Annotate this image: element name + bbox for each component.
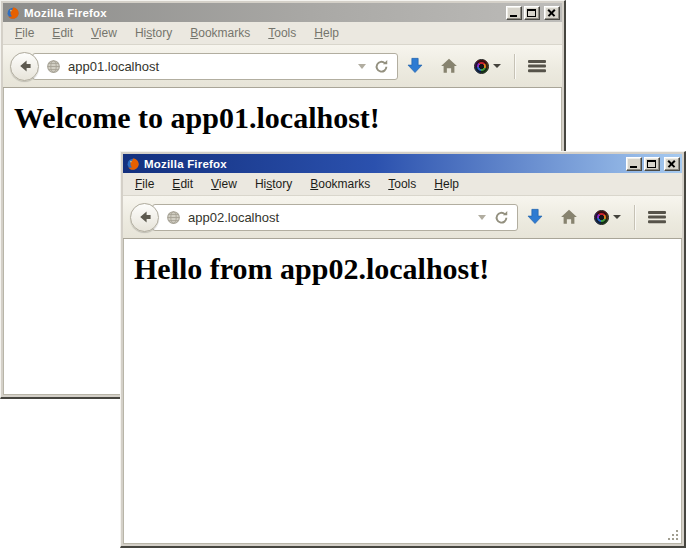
titlebar[interactable]: Mozilla Firefox bbox=[3, 3, 562, 22]
navigation-toolbar: app01.localhost bbox=[3, 45, 562, 88]
menu-item-view[interactable]: View bbox=[202, 174, 246, 194]
close-button[interactable] bbox=[664, 157, 680, 171]
menu-item-file[interactable]: File bbox=[6, 23, 43, 43]
window-title: Mozilla Firefox bbox=[24, 7, 502, 19]
downloads-button[interactable] bbox=[398, 49, 432, 83]
maximize-icon bbox=[527, 9, 536, 17]
reload-icon[interactable] bbox=[493, 209, 510, 226]
menu-item-edit[interactable]: Edit bbox=[43, 23, 82, 43]
hamburger-icon bbox=[648, 211, 666, 214]
home-icon bbox=[440, 57, 458, 75]
chevron-down-icon bbox=[613, 215, 621, 219]
window-controls bbox=[506, 6, 560, 20]
menu-item-file[interactable]: File bbox=[126, 174, 163, 194]
menu-item-help[interactable]: Help bbox=[425, 174, 468, 194]
downloads-button[interactable] bbox=[518, 200, 552, 234]
url-text[interactable]: app02.localhost bbox=[188, 210, 279, 225]
resize-grip[interactable] bbox=[667, 529, 680, 542]
app-menu-button[interactable] bbox=[520, 49, 554, 83]
toolbar-separator bbox=[634, 205, 635, 230]
menu-item-edit[interactable]: Edit bbox=[163, 174, 202, 194]
home-button[interactable] bbox=[432, 49, 466, 83]
close-icon bbox=[547, 9, 557, 17]
maximize-icon bbox=[647, 160, 656, 168]
hamburger-icon bbox=[528, 60, 546, 63]
home-icon bbox=[560, 208, 578, 226]
globe-icon bbox=[46, 59, 61, 74]
navigation-toolbar: app02.localhost bbox=[123, 196, 682, 239]
window-title: Mozilla Firefox bbox=[144, 158, 622, 170]
addon-button[interactable] bbox=[586, 200, 629, 234]
page-content: Hello from app02.localhost! bbox=[123, 239, 682, 544]
url-text[interactable]: app01.localhost bbox=[68, 59, 159, 74]
addon-button[interactable] bbox=[466, 49, 509, 83]
back-button[interactable] bbox=[10, 52, 39, 81]
menu-item-bookmarks[interactable]: Bookmarks bbox=[181, 23, 259, 43]
titlebar[interactable]: Mozilla Firefox bbox=[123, 154, 682, 173]
menu-item-history[interactable]: History bbox=[126, 23, 181, 43]
chevron-down-icon[interactable] bbox=[358, 64, 366, 69]
url-bar[interactable]: app02.localhost bbox=[152, 204, 518, 231]
home-button[interactable] bbox=[552, 200, 586, 234]
minimize-button[interactable] bbox=[626, 157, 642, 171]
back-button[interactable] bbox=[130, 203, 159, 232]
maximize-button[interactable] bbox=[524, 6, 540, 20]
download-arrow-icon bbox=[406, 57, 424, 75]
menu-item-history[interactable]: History bbox=[246, 174, 301, 194]
color-wheel-icon bbox=[594, 210, 609, 225]
back-arrow-icon bbox=[137, 209, 153, 225]
page-heading: Welcome to app01.localhost! bbox=[14, 101, 562, 135]
menu-item-tools[interactable]: Tools bbox=[259, 23, 305, 43]
minimize-button[interactable] bbox=[506, 6, 522, 20]
page-heading: Hello from app02.localhost! bbox=[134, 252, 682, 286]
menu-bar: FileEditViewHistoryBookmarksToolsHelp bbox=[123, 173, 682, 196]
app-menu-button[interactable] bbox=[640, 200, 674, 234]
menu-item-view[interactable]: View bbox=[82, 23, 126, 43]
menu-item-help[interactable]: Help bbox=[305, 23, 348, 43]
globe-icon bbox=[166, 210, 181, 225]
browser-window-app02: Mozilla Firefox FileEditViewHistoryBookm… bbox=[120, 151, 686, 548]
toolbar-separator bbox=[514, 54, 515, 79]
window-controls bbox=[626, 157, 680, 171]
reload-icon[interactable] bbox=[373, 58, 390, 75]
minimize-icon bbox=[630, 166, 637, 168]
color-wheel-icon bbox=[474, 59, 489, 74]
close-button[interactable] bbox=[544, 6, 560, 20]
firefox-logo-icon bbox=[6, 6, 20, 20]
menu-bar: FileEditViewHistoryBookmarksToolsHelp bbox=[3, 22, 562, 45]
minimize-icon bbox=[510, 15, 517, 17]
back-arrow-icon bbox=[17, 58, 33, 74]
url-bar[interactable]: app01.localhost bbox=[32, 53, 398, 80]
menu-item-tools[interactable]: Tools bbox=[379, 174, 425, 194]
close-icon bbox=[667, 160, 677, 168]
maximize-button[interactable] bbox=[644, 157, 660, 171]
chevron-down-icon[interactable] bbox=[478, 215, 486, 220]
chevron-down-icon bbox=[493, 64, 501, 68]
download-arrow-icon bbox=[526, 208, 544, 226]
firefox-logo-icon bbox=[126, 157, 140, 171]
menu-item-bookmarks[interactable]: Bookmarks bbox=[301, 174, 379, 194]
